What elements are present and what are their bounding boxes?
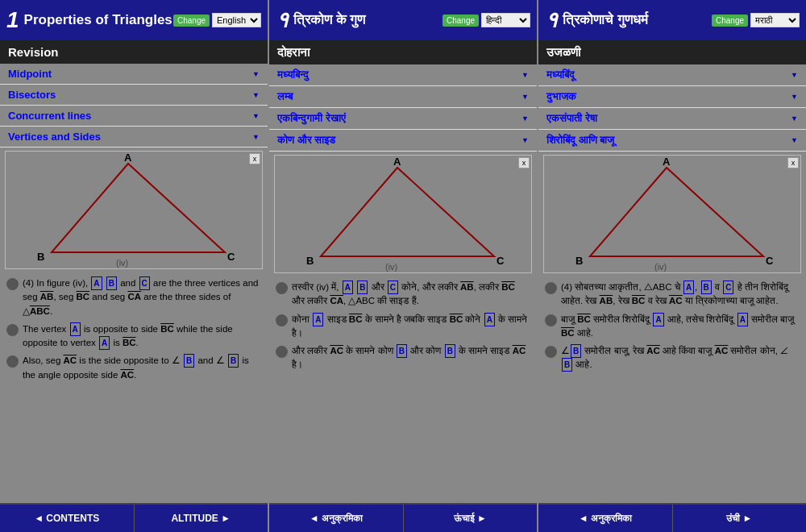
hindi-accordion-2-label: लम्ब [277, 90, 293, 103]
seg-ab: AB [40, 292, 54, 301]
h-angle-b: B [397, 344, 407, 358]
english-contents-button[interactable]: ◄ CONTENTS [0, 505, 135, 532]
marathi-bullet-icon-3 [545, 346, 557, 358]
m-seg-bc: BC [632, 296, 646, 305]
m-vertex-a: A [683, 281, 694, 294]
hindi-accordion-3-label: एकबिन्दुगामी रेखाएं [277, 112, 346, 125]
hindi-lang-select[interactable]: हिन्दी English Marathi [481, 13, 530, 27]
m-angle-b: B [571, 344, 581, 358]
english-bullet-text-2: The vertex A is opposite to side BC whil… [23, 322, 261, 351]
english-altitude-button[interactable]: ALTITUDE ► [135, 505, 268, 532]
marathi-accordion-4-header[interactable]: शिरोबिंदू आणि बाजू ▼ [538, 130, 806, 151]
english-panel: 1 Properties of Triangles Change English… [0, 0, 269, 532]
marathi-panel-header: १ त्रिकोणाचे गुणधर्म Change मराठी Englis… [538, 0, 806, 40]
accordion-vertices: Vertices and Sides ▼ [0, 127, 268, 148]
marathi-accordion-1-header[interactable]: मध्यबिंदू ▼ [538, 64, 806, 85]
marathi-change-button[interactable]: Change [712, 15, 748, 27]
accordion-concurrent-label: Concurrent lines [8, 110, 91, 122]
accordion-concurrent-header[interactable]: Concurrent lines ▼ [0, 106, 268, 126]
english-diagram-close[interactable]: x [249, 153, 260, 164]
h-vertex-a: A [343, 281, 353, 294]
svg-text:A: A [124, 152, 132, 164]
hindi-accordion-4-header[interactable]: कोण और साइड ▼ [269, 130, 537, 151]
hindi-accordion-3-header[interactable]: एकबिन्दुगामी रेखाएं ▼ [269, 108, 537, 129]
hindi-bullet-icon-3 [276, 346, 288, 358]
marathi-panel: १ त्रिकोणाचे गुणधर्म Change मराठी Englis… [538, 0, 806, 532]
vertex-b-box: B [106, 276, 117, 290]
hindi-change-button[interactable]: Change [442, 15, 479, 27]
english-lang-select[interactable]: English Hindi Marathi [212, 13, 261, 27]
h-seg-bc: BC [501, 282, 515, 292]
english-diagram: x A B C (iv) [5, 151, 263, 269]
hindi-footer: ◄ अनुक्रमिका ऊंचाई ► [269, 503, 537, 532]
marathi-panel-title: त्रिकोणाचे गुणधर्म [563, 12, 712, 28]
hindi-accordion-1-label: मध्यबिन्दु [277, 69, 309, 81]
accordion-bisectors-header[interactable]: Bisectors ▼ [0, 85, 268, 105]
marathi-accordion-2: दुभाजक ▼ [538, 86, 806, 108]
hindi-bullet-text-3: और लकीर AC के सामने कोण B और कोण B के सा… [292, 344, 530, 372]
svg-text:C: C [496, 255, 505, 267]
marathi-accordion-2-arrow: ▼ [791, 93, 798, 101]
vertex-a-box: A [91, 276, 102, 290]
svg-text:B: B [37, 251, 44, 263]
h-angle-b2: B [445, 344, 455, 358]
hindi-accordion-4: कोण और साइड ▼ [269, 130, 537, 152]
english-change-button[interactable]: Change [173, 15, 210, 27]
hindi-revision-bar: दोहराना [269, 40, 537, 64]
marathi-lang-change: Change मराठी English Hindi [712, 13, 800, 27]
marathi-accordion-4-arrow: ▼ [791, 136, 798, 144]
hindi-panel: १ त्रिकोण के गुण Change हिन्दी English M… [269, 0, 538, 532]
accordion-bisectors: Bisectors ▼ [0, 85, 268, 106]
marathi-bullet-text-3: ∠B समोरील बाजू, रेख AC आहे किंवा बाजू AC… [561, 344, 800, 372]
hindi-accordion-1-header[interactable]: मध्यबिन्दु ▼ [269, 64, 537, 85]
svg-text:(iv): (iv) [654, 262, 667, 272]
hindi-diagram-close[interactable]: x [518, 157, 530, 168]
h-vertex-b: B [357, 281, 368, 294]
marathi-lang-select[interactable]: मराठी English Hindi [750, 13, 800, 27]
accordion-bisectors-label: Bisectors [8, 89, 56, 101]
marathi-revision-bar: उजळणी [538, 40, 806, 64]
svg-text:A: A [393, 156, 401, 168]
h-seg-ab: AB [460, 282, 474, 292]
marathi-altitude-button[interactable]: उंची ► [673, 505, 807, 532]
seg-ca: CA [127, 292, 141, 301]
english-bullet-icon-2 [6, 324, 19, 336]
marathi-diagram-close[interactable]: x [787, 157, 799, 168]
hindi-bullet-1: तस्वीर (iv) में, A B और C कोने, और लकीर … [276, 281, 530, 309]
marathi-bullet-2: बाजू BC समोरील शिरोबिंदू A आहे, तसेच शिर… [545, 313, 800, 341]
hindi-bullet-text-1: तस्वीर (iv) में, A B और C कोने, और लकीर … [292, 281, 530, 309]
accordion-bisectors-arrow: ▼ [252, 91, 260, 99]
marathi-panel-number: १ [545, 7, 558, 34]
marathi-contents-button[interactable]: ◄ अनुक्रमिका [538, 505, 673, 532]
marathi-accordion-2-header[interactable]: दुभाजक ▼ [538, 86, 806, 107]
hindi-altitude-button[interactable]: ऊंचाई ► [404, 505, 538, 532]
marathi-accordion-3-header[interactable]: एकसंपाती रेषा ▼ [538, 108, 806, 129]
marathi-accordion-2-label: दुभाजक [546, 90, 576, 103]
angle-b-box2: B [228, 354, 239, 368]
marathi-bullet-text-1: (4) सोबतच्या आकृतीत, △ABC चे A, B व C हे… [561, 281, 800, 309]
side-bc: BC [160, 324, 174, 334]
marathi-accordion-3: एकसंपाती रेषा ▼ [538, 108, 806, 130]
accordion-midpoint-header[interactable]: Midpoint ▼ [0, 64, 268, 84]
accordion-vertices-label: Vertices and Sides [8, 131, 101, 143]
accordion-vertices-header[interactable]: Vertices and Sides ▼ [0, 127, 268, 147]
english-bullet-1: (4) In figure (iv), A B and C are the th… [6, 276, 261, 318]
marathi-bullet-3: ∠B समोरील बाजू, रेख AC आहे किंवा बाजू AC… [545, 344, 800, 372]
h-vertex-c: C [388, 281, 398, 294]
marathi-accordion-3-label: एकसंपाती रेषा [546, 112, 597, 125]
accordion-midpoint: Midpoint ▼ [0, 64, 268, 85]
hindi-contents-button[interactable]: ◄ अनुक्रमिका [269, 505, 404, 532]
hindi-accordion-2-arrow: ▼ [521, 93, 529, 101]
svg-marker-5 [321, 168, 494, 256]
hindi-panel-header: १ त्रिकोण के गुण Change हिन्दी English M… [269, 0, 537, 40]
english-bullet-2: The vertex A is opposite to side BC whil… [6, 322, 261, 351]
hindi-panel-title: त्रिकोण के गुण [293, 12, 442, 28]
english-footer: ◄ CONTENTS ALTITUDE ► [0, 503, 268, 532]
marathi-accordion-4-label: शिरोबिंदू आणि बाजू [546, 134, 614, 147]
english-bullet-icon-3 [6, 355, 19, 368]
accordion-vertices-arrow: ▼ [252, 133, 260, 141]
h-seg-ca: CA [330, 296, 343, 305]
h-side-bc2: BC [450, 314, 463, 324]
hindi-accordion-2-header[interactable]: लम्ब ▼ [269, 86, 537, 107]
svg-text:C: C [227, 251, 235, 263]
